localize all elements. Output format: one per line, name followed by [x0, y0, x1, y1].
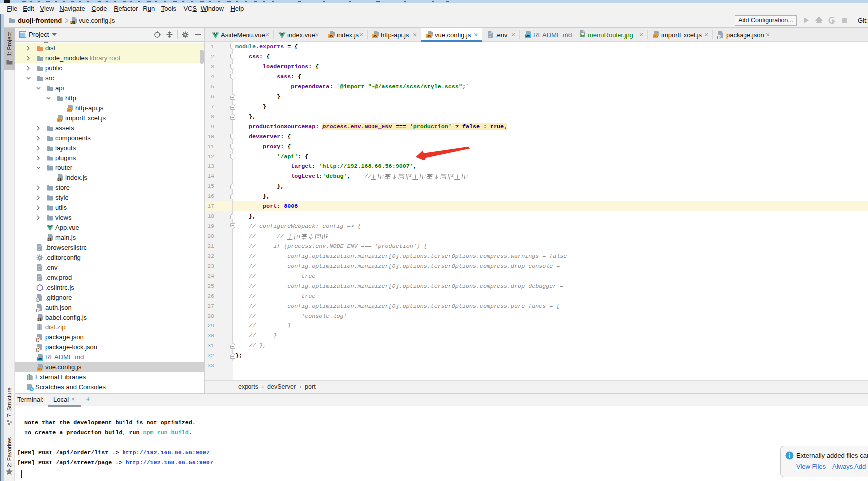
svg-text:{}: {} [36, 348, 40, 352]
svg-text:JS: JS [38, 318, 42, 321]
svg-text:JS: JS [654, 34, 658, 38]
svg-text:{}: {} [36, 338, 40, 342]
svg-text:JS: JS [38, 367, 42, 371]
svg-text:JS: JS [427, 34, 432, 38]
svg-text:JS: JS [48, 238, 52, 241]
svg-text:{}: {} [717, 35, 721, 39]
svg-text:{}: {} [36, 308, 40, 312]
svg-text:MD: MD [37, 357, 42, 361]
svg-text:JS: JS [329, 34, 334, 38]
svg-text:MD: MD [525, 34, 530, 38]
svg-text:JS: JS [68, 108, 72, 112]
svg-text:JS: JS [373, 34, 378, 38]
svg-text:JS: JS [58, 178, 62, 181]
svg-text:JS: JS [58, 118, 62, 122]
svg-text:JS: JS [71, 21, 76, 24]
